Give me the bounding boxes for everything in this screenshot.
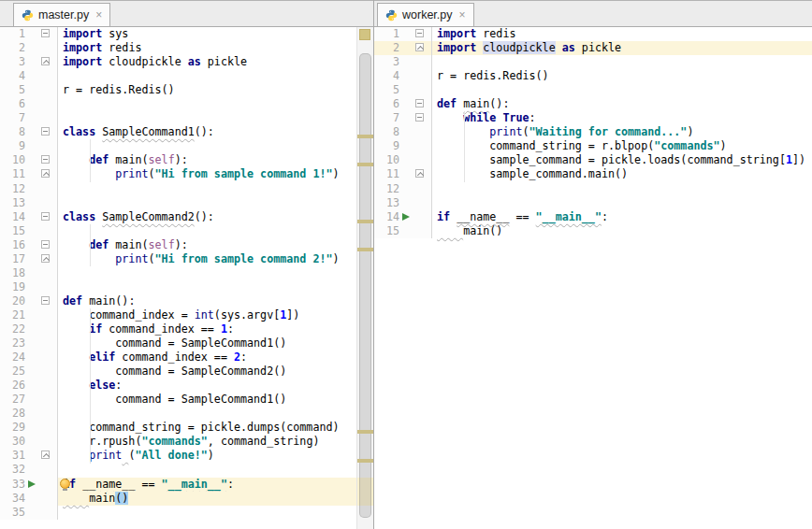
code-line[interactable]: 12 xyxy=(374,182,812,196)
code-text[interactable] xyxy=(432,55,812,69)
fold-marker-icon[interactable] xyxy=(415,29,424,37)
code-text[interactable]: command_index = int(sys.argv[1]) xyxy=(58,308,373,322)
line-number[interactable]: 12 xyxy=(0,182,25,196)
code-line[interactable]: 3 xyxy=(374,55,812,69)
code-line[interactable]: 28 xyxy=(0,407,373,421)
code-line[interactable]: 29 command_string = pickle.dumps(command… xyxy=(0,421,373,435)
code-text[interactable] xyxy=(432,83,812,97)
code-line[interactable]: 15 xyxy=(0,224,373,238)
code-line[interactable]: 4 xyxy=(0,69,373,83)
fold-marker-icon[interactable] xyxy=(415,169,424,178)
code-line[interactable]: 8class SampleCommand1(): xyxy=(0,125,373,139)
code-text[interactable]: def main(self): xyxy=(58,238,373,252)
code-text[interactable] xyxy=(58,111,373,125)
line-number[interactable]: 4 xyxy=(0,69,25,83)
code-text[interactable] xyxy=(432,182,812,196)
fold-marker-icon[interactable] xyxy=(415,99,424,107)
line-number[interactable]: 20 xyxy=(0,294,25,308)
code-text[interactable] xyxy=(58,463,373,477)
code-line[interactable]: 20def main(): xyxy=(0,294,373,308)
code-line[interactable]: 31 print ("All done!") xyxy=(0,449,373,463)
code-text[interactable]: if __name__ == "__main__": xyxy=(432,210,812,224)
line-number[interactable]: 28 xyxy=(0,407,25,421)
code-text[interactable]: command = SampleCommand2() xyxy=(58,365,373,379)
line-number[interactable]: 10 xyxy=(374,153,399,167)
fold-marker-icon[interactable] xyxy=(41,169,50,178)
code-line[interactable]: 9 command_string = r.blpop("commands") xyxy=(374,139,812,153)
code-text[interactable] xyxy=(58,196,373,210)
code-text[interactable] xyxy=(58,280,373,294)
run-icon[interactable] xyxy=(28,480,36,488)
code-text[interactable]: command = SampleCommand1() xyxy=(58,393,373,407)
code-text[interactable]: import redis xyxy=(432,27,812,41)
code-line[interactable]: 16 def main(self): xyxy=(0,238,373,252)
code-line[interactable]: 35 xyxy=(0,506,373,520)
code-text[interactable]: def main(): xyxy=(432,97,812,111)
code-text[interactable]: print("Hi from sample command 2!") xyxy=(58,252,373,266)
line-number[interactable]: 34 xyxy=(0,492,25,506)
fold-marker-icon[interactable] xyxy=(41,254,50,263)
code-text[interactable] xyxy=(432,196,812,210)
code-text[interactable] xyxy=(58,182,373,196)
code-text[interactable] xyxy=(58,506,373,520)
line-number[interactable]: 5 xyxy=(374,83,399,97)
code-line[interactable]: 22 if command_index == 1: xyxy=(0,322,373,336)
code-line[interactable]: 7 while True: xyxy=(374,111,812,125)
fold-marker-icon[interactable] xyxy=(415,43,424,51)
code-text[interactable]: command_string = pickle.dumps(command) xyxy=(58,421,373,435)
code-line[interactable]: 1import sys xyxy=(0,27,373,41)
code-line[interactable]: 11 sample_command.main() xyxy=(374,167,812,181)
line-number[interactable]: 16 xyxy=(0,238,25,252)
warning-stripe-mark[interactable] xyxy=(357,163,373,166)
scrollbar-error-stripe[interactable] xyxy=(356,27,373,529)
line-number[interactable]: 1 xyxy=(374,27,399,41)
line-number[interactable]: 6 xyxy=(0,97,25,111)
code-line[interactable]: 2import cloudpickle as pickle xyxy=(374,41,812,55)
code-text[interactable]: if __name__ == "__main__": xyxy=(58,478,373,492)
file-status-indicator[interactable] xyxy=(359,29,370,40)
line-number[interactable]: 14 xyxy=(374,210,399,224)
line-number[interactable]: 33 xyxy=(0,478,25,492)
line-number[interactable]: 2 xyxy=(0,41,25,55)
close-tab-icon[interactable]: × xyxy=(95,9,102,21)
code-line[interactable]: 11 print("Hi from sample command 1!") xyxy=(0,167,373,181)
code-text[interactable]: r = redis.Redis() xyxy=(432,69,812,83)
code-line[interactable]: 27 command = SampleCommand1() xyxy=(0,393,373,407)
code-line[interactable]: 6 xyxy=(0,97,373,111)
code-line[interactable]: 10 sample_command = pickle.loads(command… xyxy=(374,153,812,167)
code-line[interactable]: 23 command = SampleCommand1() xyxy=(0,336,373,350)
code-text[interactable] xyxy=(58,266,373,280)
line-number[interactable]: 18 xyxy=(0,266,25,280)
code-line[interactable]: 30 r.rpush("commands", command_string) xyxy=(0,435,373,449)
code-text[interactable]: def main(): xyxy=(58,294,373,308)
fold-marker-icon[interactable] xyxy=(41,127,50,136)
line-number[interactable]: 12 xyxy=(374,182,399,196)
code-text[interactable]: class SampleCommand2(): xyxy=(58,210,373,224)
code-text[interactable]: import cloudpickle as pickle xyxy=(432,41,812,55)
code-text[interactable]: sample_command = pickle.loads(command_st… xyxy=(432,153,812,167)
fold-marker-icon[interactable] xyxy=(415,113,424,122)
code-text[interactable]: else: xyxy=(58,379,373,393)
code-line[interactable]: 9 xyxy=(0,139,373,153)
code-text[interactable]: print("Hi from sample command 1!") xyxy=(58,167,373,181)
code-line[interactable]: 34 main() xyxy=(0,492,373,506)
line-number[interactable]: 8 xyxy=(374,125,399,139)
code-text[interactable]: command_string = r.blpop("commands") xyxy=(432,139,812,153)
fold-marker-icon[interactable] xyxy=(41,450,50,459)
line-number[interactable]: 35 xyxy=(0,506,25,520)
warning-stripe-mark[interactable] xyxy=(357,248,373,251)
code-text[interactable]: import redis xyxy=(58,41,373,55)
code-line[interactable]: 25 command = SampleCommand2() xyxy=(0,365,373,379)
line-number[interactable]: 4 xyxy=(374,69,399,83)
code-line[interactable]: 21 command_index = int(sys.argv[1]) xyxy=(0,308,373,322)
line-number[interactable]: 8 xyxy=(0,125,25,139)
line-number[interactable]: 32 xyxy=(0,463,25,477)
code-line[interactable]: 2import redis xyxy=(0,41,373,55)
line-number[interactable]: 31 xyxy=(0,449,25,463)
code-text[interactable]: print("Waiting for command...") xyxy=(432,125,812,139)
code-text[interactable] xyxy=(58,407,373,421)
line-number[interactable]: 24 xyxy=(0,350,25,365)
code-text[interactable]: import sys xyxy=(58,27,373,41)
run-icon[interactable] xyxy=(402,213,410,221)
line-number[interactable]: 10 xyxy=(0,153,25,167)
